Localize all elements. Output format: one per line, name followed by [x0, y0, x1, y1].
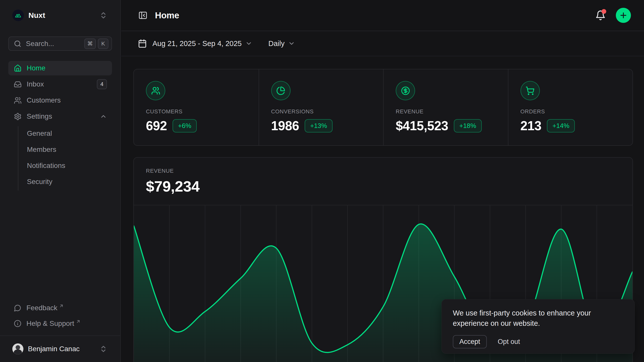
- search-icon: [14, 40, 21, 48]
- help-support-link[interactable]: Help & Support: [8, 317, 112, 330]
- cookie-actions: Accept Opt out: [453, 335, 623, 348]
- stat-delta-badge: +18%: [454, 119, 482, 132]
- granularity-value: Daily: [268, 39, 285, 48]
- header-actions: [595, 8, 631, 23]
- sidebar-footer: Feedback Help & Support: [0, 301, 120, 335]
- stat-value: 213: [520, 118, 542, 133]
- sidebar-subitem-members[interactable]: Members: [18, 142, 112, 157]
- notification-dot: [601, 9, 606, 14]
- sidebar-collapse-button[interactable]: [137, 10, 148, 21]
- stat-delta-badge: +14%: [547, 119, 575, 132]
- chevron-down-icon: [245, 40, 252, 47]
- stat-value: 692: [146, 118, 167, 133]
- revenue-chart-header: REVENUE $79,234: [134, 158, 632, 205]
- accept-button[interactable]: Accept: [453, 335, 487, 348]
- stat-label: ORDERS: [520, 108, 621, 115]
- external-link-icon: [59, 303, 64, 308]
- kbd-k: K: [98, 38, 108, 49]
- sidebar-item-label: Inbox: [27, 80, 97, 88]
- kbd-cmd: ⌘: [84, 38, 96, 49]
- settings-sub-list: General Members Notifications Security: [18, 126, 112, 191]
- stat-card-revenue[interactable]: REVENUE $415,523 +18%: [383, 69, 508, 145]
- inbox-count-badge: 4: [97, 79, 107, 89]
- panel-left-close-icon: [138, 11, 148, 20]
- cookie-message: We use first-party cookies to enhance yo…: [453, 308, 623, 329]
- sidebar-nav: Home Inbox 4 Customers Settings General …: [8, 61, 112, 191]
- granularity-select[interactable]: Daily: [268, 39, 295, 48]
- top-header: Home: [121, 0, 644, 31]
- home-icon: [14, 64, 22, 72]
- search-input[interactable]: Search... ⌘ K: [8, 36, 112, 51]
- chevrons-up-down-icon: [99, 11, 107, 19]
- sidebar: Nuxt Search... ⌘ K Home Inbox 4 Customer…: [0, 0, 121, 362]
- stat-card-orders[interactable]: ORDERS 213 +14%: [508, 69, 633, 145]
- stat-label: REVENUE: [396, 108, 496, 115]
- date-range-picker[interactable]: Aug 21, 2025 - Sep 4, 2025: [138, 39, 252, 48]
- feedback-link[interactable]: Feedback: [8, 301, 112, 315]
- stat-card-customers[interactable]: CUSTOMERS 692 +6%: [134, 69, 259, 145]
- stat-delta-badge: +13%: [305, 119, 333, 132]
- sidebar-subitem-general[interactable]: General: [18, 126, 112, 141]
- page-title: Home: [155, 10, 179, 20]
- users-icon: [14, 97, 22, 104]
- external-link-icon: [76, 319, 81, 324]
- sidebar-item-label: Home: [27, 64, 107, 72]
- stat-card-conversions[interactable]: CONVERSIONS 1986 +13%: [259, 69, 383, 145]
- link-label: Help & Support: [26, 320, 74, 328]
- gear-icon: [14, 113, 22, 120]
- calendar-icon: [138, 39, 147, 48]
- users-icon: [146, 81, 165, 100]
- notifications-button[interactable]: [595, 10, 606, 21]
- message-bubble-icon: [14, 304, 21, 312]
- user-name: Benjamin Canac: [28, 345, 99, 353]
- sidebar-subitem-security[interactable]: Security: [18, 174, 112, 189]
- sidebar-item-label: Customers: [27, 96, 107, 104]
- stat-delta-badge: +6%: [173, 119, 197, 132]
- chevron-up-icon: [100, 113, 107, 120]
- date-range-value: Aug 21, 2025 - Sep 4, 2025: [152, 39, 242, 48]
- filter-toolbar: Aug 21, 2025 - Sep 4, 2025 Daily: [121, 31, 644, 56]
- sidebar-item-label: Settings: [27, 112, 100, 120]
- workspace-name: Nuxt: [28, 11, 99, 20]
- info-circle-icon: [14, 320, 21, 327]
- inbox-icon: [14, 80, 22, 88]
- sidebar-item-home[interactable]: Home: [8, 61, 112, 75]
- pie-chart-icon: [271, 81, 291, 100]
- stat-value: 1986: [271, 118, 299, 133]
- add-button[interactable]: [616, 8, 631, 23]
- opt-out-button[interactable]: Opt out: [498, 338, 520, 346]
- search-placeholder: Search...: [26, 40, 82, 48]
- plus-icon: [619, 11, 628, 20]
- link-label: Feedback: [26, 304, 57, 312]
- sidebar-item-customers[interactable]: Customers: [8, 93, 112, 108]
- workspace-switcher[interactable]: Nuxt: [8, 7, 112, 24]
- stat-label: CUSTOMERS: [146, 108, 247, 115]
- circle-dollar-icon: [396, 81, 415, 100]
- chevron-down-icon: [288, 40, 295, 47]
- sidebar-item-settings[interactable]: Settings: [8, 109, 112, 124]
- sidebar-item-inbox[interactable]: Inbox 4: [8, 77, 112, 92]
- cookie-banner: We use first-party cookies to enhance yo…: [441, 299, 635, 354]
- revenue-chart-total: $79,234: [146, 178, 632, 195]
- user-menu[interactable]: Benjamin Canac: [0, 336, 120, 362]
- nuxt-logo-icon: [12, 10, 24, 21]
- sidebar-subitem-notifications[interactable]: Notifications: [18, 158, 112, 173]
- stat-value: $415,523: [396, 118, 448, 133]
- stat-label: CONVERSIONS: [271, 108, 371, 115]
- avatar: [12, 343, 23, 354]
- shopping-cart-icon: [520, 81, 540, 100]
- stats-panel: CUSTOMERS 692 +6% CONVERSIONS 1986 +13%: [133, 69, 633, 146]
- revenue-chart-label: REVENUE: [146, 168, 632, 174]
- chevrons-up-down-icon: [99, 345, 107, 353]
